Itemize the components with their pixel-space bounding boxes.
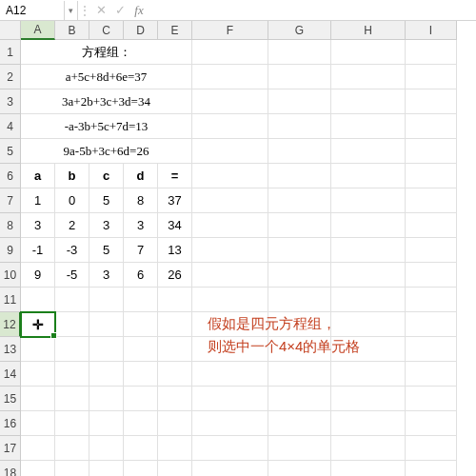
cell[interactable]	[406, 337, 457, 362]
col-header-G[interactable]: G	[268, 21, 331, 40]
cell[interactable]	[21, 337, 55, 362]
merged-cell[interactable]: 3a+2b+3c+3d=34	[21, 89, 192, 114]
cell[interactable]	[268, 411, 331, 436]
cell[interactable]	[124, 411, 158, 436]
cell[interactable]	[158, 337, 192, 362]
cell[interactable]	[331, 387, 406, 411]
cell[interactable]: 5	[89, 188, 124, 213]
cell[interactable]	[158, 312, 192, 337]
cell[interactable]: 2	[55, 213, 89, 238]
cell[interactable]	[158, 387, 192, 411]
col-header-H[interactable]: H	[331, 21, 406, 40]
row-header-7[interactable]: 7	[0, 188, 21, 213]
cell[interactable]	[406, 263, 457, 288]
select-all-corner[interactable]	[0, 21, 21, 40]
cell[interactable]	[192, 411, 268, 436]
cell[interactable]	[268, 387, 331, 411]
cell[interactable]	[331, 461, 406, 476]
cell[interactable]	[55, 436, 89, 461]
cell[interactable]	[158, 461, 192, 476]
cell[interactable]	[89, 362, 124, 387]
cell[interactable]: 34	[158, 213, 192, 238]
cell[interactable]	[89, 337, 124, 362]
merged-cell[interactable]: a+5c+8d+6e=37	[21, 65, 192, 89]
cancel-icon[interactable]: ✕	[91, 1, 110, 20]
cell[interactable]: -3	[55, 238, 89, 263]
merged-cell[interactable]: 方程组：	[21, 40, 192, 65]
cell[interactable]	[55, 387, 89, 411]
cell[interactable]	[55, 461, 89, 476]
cell[interactable]	[406, 114, 457, 139]
cell[interactable]	[268, 164, 331, 188]
cell[interactable]	[89, 461, 124, 476]
row-header-3[interactable]: 3	[0, 89, 21, 114]
cell[interactable]	[268, 263, 331, 288]
cell[interactable]	[55, 337, 89, 362]
cell[interactable]	[331, 40, 406, 65]
cell[interactable]	[268, 288, 331, 312]
cell[interactable]	[406, 288, 457, 312]
row-header-9[interactable]: 9	[0, 238, 21, 263]
row-header-16[interactable]: 16	[0, 411, 21, 436]
cell[interactable]	[124, 387, 158, 411]
cell[interactable]: 13	[158, 238, 192, 263]
cell[interactable]	[55, 312, 89, 337]
cell[interactable]	[89, 312, 124, 337]
name-box[interactable]: A12	[0, 1, 65, 20]
row-header-12[interactable]: 12	[0, 312, 21, 337]
cell[interactable]: 3	[89, 263, 124, 288]
col-header-I[interactable]: I	[406, 21, 457, 40]
col-header-B[interactable]: B	[55, 21, 89, 40]
cell[interactable]: a	[21, 164, 55, 188]
col-header-D[interactable]: D	[124, 21, 158, 40]
cell[interactable]: 8	[124, 188, 158, 213]
cell[interactable]	[406, 312, 457, 337]
cell[interactable]: 6	[124, 263, 158, 288]
cell[interactable]	[268, 139, 331, 164]
col-header-E[interactable]: E	[158, 21, 192, 40]
cell[interactable]	[158, 362, 192, 387]
row-header-6[interactable]: 6	[0, 164, 21, 188]
cell[interactable]	[192, 288, 268, 312]
cell[interactable]	[331, 139, 406, 164]
cell[interactable]	[406, 461, 457, 476]
cell[interactable]	[268, 238, 331, 263]
row-header-4[interactable]: 4	[0, 114, 21, 139]
cell[interactable]: 26	[158, 263, 192, 288]
row-header-18[interactable]: 18	[0, 461, 21, 476]
cell[interactable]	[331, 263, 406, 288]
cell[interactable]	[331, 65, 406, 89]
cell[interactable]	[331, 362, 406, 387]
cell[interactable]	[192, 387, 268, 411]
cell[interactable]	[89, 436, 124, 461]
cell[interactable]	[124, 461, 158, 476]
cell[interactable]	[192, 114, 268, 139]
row-header-10[interactable]: 10	[0, 263, 21, 288]
name-box-dropdown-icon[interactable]: ▾	[65, 1, 78, 20]
merged-cell[interactable]: 9a-5b+3c+6d=26	[21, 139, 192, 164]
cell[interactable]	[124, 288, 158, 312]
cell[interactable]	[268, 436, 331, 461]
cell[interactable]	[331, 114, 406, 139]
cell[interactable]	[268, 188, 331, 213]
cell[interactable]: d	[124, 164, 158, 188]
cell[interactable]	[331, 213, 406, 238]
cell[interactable]	[21, 362, 55, 387]
cell[interactable]	[21, 288, 55, 312]
cell[interactable]	[406, 188, 457, 213]
cells-area[interactable]: 方程组：a+5c+8d+6e=373a+2b+3c+3d=34-a-3b+5c+…	[21, 40, 457, 476]
cell[interactable]: =	[158, 164, 192, 188]
cell[interactable]	[21, 387, 55, 411]
cell[interactable]	[331, 436, 406, 461]
cell[interactable]	[55, 288, 89, 312]
row-header-2[interactable]: 2	[0, 65, 21, 89]
cell[interactable]	[158, 436, 192, 461]
cell[interactable]	[192, 139, 268, 164]
cell[interactable]	[268, 40, 331, 65]
cell[interactable]	[406, 164, 457, 188]
col-header-C[interactable]: C	[89, 21, 124, 40]
cell[interactable]	[158, 411, 192, 436]
cell[interactable]	[192, 213, 268, 238]
cell[interactable]	[268, 89, 331, 114]
cell[interactable]: -1	[21, 238, 55, 263]
